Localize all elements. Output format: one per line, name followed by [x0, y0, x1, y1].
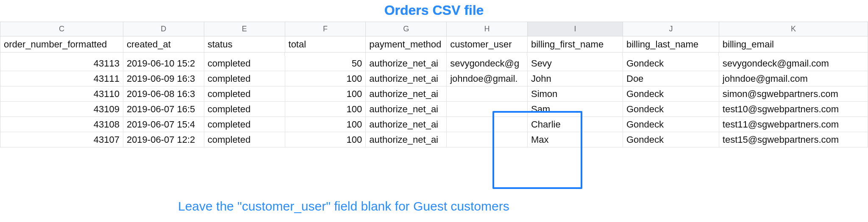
table-row: 431072019-06-07 12:2completed100authoriz…: [0, 132, 868, 147]
cell-created_at[interactable]: 2019-06-07 15:4: [123, 117, 204, 132]
cell-order_number_formatted[interactable]: 43113: [0, 56, 123, 71]
cell-total[interactable]: 50: [285, 56, 366, 71]
cell-billing_first_name[interactable]: Simon: [528, 86, 623, 102]
field-header-billing_last_name[interactable]: billing_last_name: [623, 36, 719, 53]
cell-total[interactable]: 100: [285, 71, 366, 86]
cell-status[interactable]: completed: [204, 86, 285, 102]
cell-billing_last_name[interactable]: Gondeck: [623, 102, 719, 117]
cell-payment_method[interactable]: authorize_net_ai: [366, 56, 447, 71]
cell-billing_first_name[interactable]: Max: [528, 132, 623, 147]
cell-total[interactable]: 100: [285, 117, 366, 132]
cell-total[interactable]: 100: [285, 86, 366, 102]
field-header-status[interactable]: status: [204, 36, 285, 53]
column-header-K[interactable]: K: [719, 22, 868, 36]
cell-total[interactable]: 100: [285, 132, 366, 147]
column-header-J[interactable]: J: [623, 22, 719, 36]
cell-payment_method[interactable]: authorize_net_ai: [366, 71, 447, 86]
cell-order_number_formatted[interactable]: 43111: [0, 71, 123, 86]
field-header-created_at[interactable]: created_at: [123, 36, 204, 53]
field-header-payment_method[interactable]: payment_method: [366, 36, 447, 53]
cell-billing_last_name[interactable]: Gondeck: [623, 132, 719, 147]
cell-customer_user[interactable]: sevygondeck@g: [447, 56, 528, 71]
column-header-C[interactable]: C: [0, 22, 123, 36]
cell-status[interactable]: completed: [204, 102, 285, 117]
cell-billing_email[interactable]: test15@sgwebpartners.com: [719, 132, 868, 147]
cell-billing_last_name[interactable]: Doe: [623, 71, 719, 86]
cell-billing_first_name[interactable]: Charlie: [528, 117, 623, 132]
cell-total[interactable]: 100: [285, 102, 366, 117]
cell-payment_method[interactable]: authorize_net_ai: [366, 102, 447, 117]
table-row: 431082019-06-07 15:4completed100authoriz…: [0, 117, 868, 132]
cell-billing_email[interactable]: simon@sgwebpartners.com: [719, 86, 868, 102]
cell-customer_user[interactable]: [447, 102, 528, 117]
spreadsheet: CDEFGHIJK order_number_formattedcreated_…: [0, 22, 868, 147]
cell-billing_last_name[interactable]: Gondeck: [623, 56, 719, 71]
page-title: Orders CSV file: [0, 0, 868, 22]
cell-billing_email[interactable]: sevygondeck@gmail.com: [719, 56, 868, 71]
field-header-total[interactable]: total: [285, 36, 366, 53]
table-row: 431102019-06-08 16:3completed100authoriz…: [0, 86, 868, 102]
cell-payment_method[interactable]: authorize_net_ai: [366, 117, 447, 132]
caption-text: Leave the "customer_user" field blank fo…: [178, 199, 509, 214]
field-header-billing_first_name[interactable]: billing_first_name: [528, 36, 623, 53]
cell-billing_last_name[interactable]: Gondeck: [623, 86, 719, 102]
cell-payment_method[interactable]: authorize_net_ai: [366, 132, 447, 147]
table-row: 431112019-06-09 16:3completed100authoriz…: [0, 71, 868, 86]
cell-created_at[interactable]: 2019-06-08 16:3: [123, 86, 204, 102]
cell-billing_first_name[interactable]: Sam: [528, 102, 623, 117]
cell-status[interactable]: completed: [204, 117, 285, 132]
cell-status[interactable]: completed: [204, 132, 285, 147]
cell-customer_user[interactable]: [447, 86, 528, 102]
cell-order_number_formatted[interactable]: 43109: [0, 102, 123, 117]
cell-order_number_formatted[interactable]: 43107: [0, 132, 123, 147]
cell-created_at[interactable]: 2019-06-07 16:5: [123, 102, 204, 117]
field-header-row: order_number_formattedcreated_atstatusto…: [0, 36, 868, 53]
table-row: 431092019-06-07 16:5completed100authoriz…: [0, 102, 868, 117]
cell-created_at[interactable]: 2019-06-09 16:3: [123, 71, 204, 86]
table-row: 431132019-06-10 15:2completed50authorize…: [0, 56, 868, 71]
column-header-H[interactable]: H: [447, 22, 528, 36]
field-header-billing_email[interactable]: billing_email: [719, 36, 868, 53]
cell-customer_user[interactable]: [447, 117, 528, 132]
cell-status[interactable]: completed: [204, 71, 285, 86]
cell-billing_last_name[interactable]: Gondeck: [623, 117, 719, 132]
column-header-F[interactable]: F: [285, 22, 366, 36]
field-header-customer_user[interactable]: customer_user: [447, 36, 528, 53]
cell-billing_first_name[interactable]: John: [528, 71, 623, 86]
column-header-D[interactable]: D: [123, 22, 204, 36]
column-letter-row: CDEFGHIJK: [0, 22, 868, 36]
cell-customer_user[interactable]: johndoe@gmail.: [447, 71, 528, 86]
cell-billing_email[interactable]: test11@sgwebpartners.com: [719, 117, 868, 132]
cell-payment_method[interactable]: authorize_net_ai: [366, 86, 447, 102]
cell-billing_email[interactable]: johndoe@gmail.com: [719, 71, 868, 86]
cell-customer_user[interactable]: [447, 132, 528, 147]
column-header-I[interactable]: I: [528, 22, 623, 36]
cell-created_at[interactable]: 2019-06-07 12:2: [123, 132, 204, 147]
cell-order_number_formatted[interactable]: 43108: [0, 117, 123, 132]
column-header-E[interactable]: E: [204, 22, 285, 36]
cell-billing_first_name[interactable]: Sevy: [528, 56, 623, 71]
column-header-G[interactable]: G: [366, 22, 447, 36]
field-header-order_number_formatted[interactable]: order_number_formatted: [0, 36, 123, 53]
cell-created_at[interactable]: 2019-06-10 15:2: [123, 56, 204, 71]
cell-billing_email[interactable]: test10@sgwebpartners.com: [719, 102, 868, 117]
cell-status[interactable]: completed: [204, 56, 285, 71]
cell-order_number_formatted[interactable]: 43110: [0, 86, 123, 102]
